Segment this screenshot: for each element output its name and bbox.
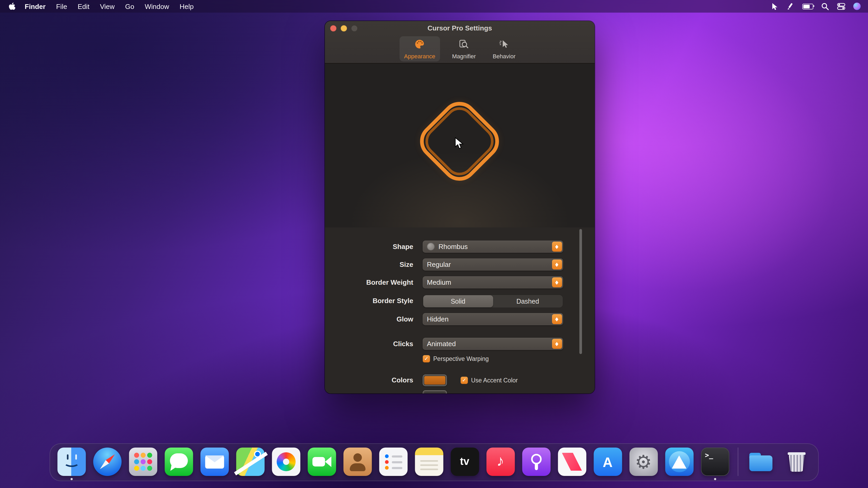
use-accent-color-checkbox[interactable]: Use Accent Color (461, 377, 518, 384)
pen-status-icon[interactable] (786, 2, 795, 10)
settings-panel: Shape Rhombus Size Regular (325, 227, 595, 393)
dock-trash[interactable] (782, 448, 811, 476)
dock-blueapp[interactable] (665, 448, 693, 476)
control-center-icon[interactable] (837, 3, 845, 10)
dock-reminders[interactable] (379, 448, 407, 476)
accent-color-well[interactable] (423, 375, 447, 386)
minimize-button[interactable] (341, 25, 347, 32)
close-button[interactable] (330, 25, 337, 32)
secondary-color-well-partial[interactable] (423, 390, 447, 393)
perspective-warping-label: Perspective Warping (433, 356, 489, 362)
news-icon (558, 448, 586, 476)
checkbox-checked-icon (423, 355, 430, 362)
mail-icon (200, 448, 229, 476)
notes-icon (415, 448, 443, 476)
glow-value: Hidden (427, 315, 448, 323)
size-dropdown[interactable]: Regular (423, 258, 563, 270)
palette-icon (414, 38, 425, 52)
dock-maps[interactable] (236, 448, 265, 476)
dock-music[interactable] (486, 448, 515, 476)
battery-icon[interactable] (802, 3, 813, 9)
dock (50, 443, 819, 481)
menu-file[interactable]: File (51, 2, 72, 10)
dock-notes[interactable] (415, 448, 443, 476)
clicks-dropdown[interactable]: Animated (423, 338, 563, 350)
border-weight-dropdown[interactable]: Medium (423, 276, 563, 288)
cursor-pro-settings-window: Cursor Pro Settings Appearance Magnifier (325, 21, 595, 393)
size-label: Size (325, 258, 413, 270)
menu-help[interactable]: Help (174, 2, 199, 10)
pointer-cursor (455, 137, 464, 152)
cursor-status-icon[interactable] (771, 2, 779, 10)
dock-messages[interactable] (164, 448, 193, 476)
dock-contacts[interactable] (343, 448, 372, 476)
desktop: Finder FileEditViewGoWindowHelp (0, 0, 868, 488)
spotlight-search-icon[interactable] (821, 2, 829, 10)
glow-label: Glow (325, 313, 413, 325)
dock-finder[interactable] (57, 448, 86, 476)
menu-bar: Finder FileEditViewGoWindowHelp (0, 0, 868, 12)
status-icons (771, 2, 861, 10)
stepper-arrows-icon (552, 260, 562, 269)
dock-news[interactable] (558, 448, 586, 476)
shape-value: Rhombus (438, 243, 468, 251)
siri-orb (853, 3, 861, 10)
tab-magnifier[interactable]: Magnifier (447, 36, 481, 61)
size-value: Regular (427, 261, 451, 268)
maps-icon (236, 448, 265, 476)
shape-dropdown[interactable]: Rhombus (423, 240, 563, 253)
dock-appstore[interactable] (594, 448, 622, 476)
dock-mail[interactable] (200, 448, 229, 476)
border-style-dashed-button[interactable]: Dashed (493, 295, 562, 307)
tab-behavior[interactable]: Behavior (488, 36, 520, 61)
cursor-preview-area (325, 64, 595, 227)
border-style-label: Border Style (325, 295, 413, 307)
dock-launchpad[interactable] (129, 448, 157, 476)
title-bar[interactable]: Cursor Pro Settings (325, 21, 595, 35)
shape-swatch-icon (427, 243, 435, 251)
folder-icon (747, 448, 775, 476)
menu-edit[interactable]: Edit (72, 2, 95, 10)
magnifier-icon (458, 38, 470, 52)
dock-terminal[interactable] (701, 448, 729, 476)
dock-sysprefs[interactable] (629, 448, 658, 476)
stepper-arrows-icon (552, 241, 562, 252)
tab-magnifier-label: Magnifier (452, 53, 476, 59)
panel-scrollbar-thumb[interactable] (579, 229, 582, 354)
border-weight-label: Border Weight (325, 276, 413, 288)
terminal-icon (701, 448, 729, 476)
menu-items: FileEditViewGoWindowHelp (51, 2, 199, 10)
photos-icon (272, 448, 300, 476)
sysprefs-icon (629, 448, 658, 476)
dock-facetime[interactable] (308, 448, 336, 476)
dock-podcasts[interactable] (522, 448, 551, 476)
battery-body (802, 3, 813, 9)
dock-tv[interactable] (451, 448, 479, 476)
tab-appearance[interactable]: Appearance (399, 36, 440, 61)
window-title: Cursor Pro Settings (325, 21, 595, 36)
menu-view[interactable]: View (95, 2, 120, 10)
dock-safari[interactable] (93, 448, 121, 476)
checkbox-checked-icon (461, 377, 468, 384)
clicks-value: Animated (427, 340, 456, 348)
stepper-arrows-icon (552, 278, 562, 287)
menu-go[interactable]: Go (120, 2, 140, 10)
dock-photos[interactable] (272, 448, 300, 476)
dock-folder[interactable] (747, 448, 775, 476)
glow-dropdown[interactable]: Hidden (423, 313, 563, 325)
music-icon (486, 448, 515, 476)
use-accent-color-label: Use Accent Color (471, 377, 518, 384)
facetime-icon (308, 448, 336, 476)
accent-color-swatch (424, 376, 445, 385)
zoom-button[interactable] (351, 25, 358, 32)
cursor-arrow-icon (498, 38, 510, 52)
perspective-warping-checkbox[interactable]: Perspective Warping (423, 355, 489, 362)
siri-icon[interactable] (853, 3, 861, 10)
active-app-name[interactable]: Finder (20, 2, 51, 10)
border-weight-value: Medium (427, 279, 451, 286)
apple-icon (8, 2, 15, 10)
border-style-solid-button[interactable]: Solid (423, 295, 493, 307)
menu-window[interactable]: Window (140, 2, 175, 10)
border-style-segmented-control: Solid Dashed (423, 295, 563, 308)
apple-menu[interactable] (8, 2, 15, 10)
